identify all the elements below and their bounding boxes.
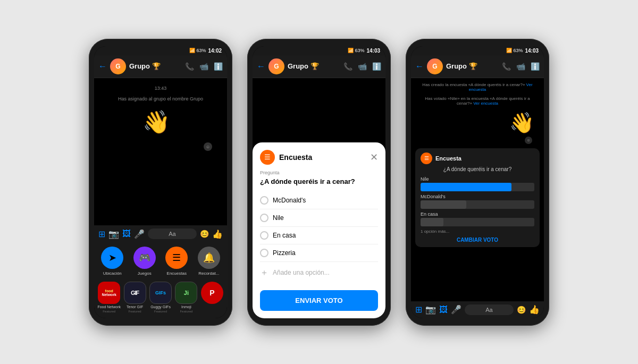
emoji-icon-1[interactable]: 😊 — [200, 230, 209, 238]
guggy-icon: GIFs — [149, 282, 172, 304]
call-icon-3[interactable]: 📞 — [502, 62, 511, 71]
tenor-label: Tenor GIFFeatured — [127, 305, 143, 314]
featured-inmoji[interactable]: Ji InmojiFeatured — [173, 282, 199, 314]
ubicacion-label: Ubicación — [103, 271, 122, 276]
reaction-dot-1: ☺ — [204, 142, 212, 151]
back-button-3[interactable]: ← — [415, 62, 424, 71]
juegos-label: Juegos — [138, 271, 152, 276]
featured-tenor[interactable]: GIF Tenor GIFFeatured — [122, 282, 147, 314]
featured-more[interactable]: P — [199, 282, 225, 314]
image-icon-3[interactable]: 🖼 — [439, 305, 448, 315]
featured-guggy[interactable]: GIFs Guggy GIFsFeatured — [148, 282, 173, 314]
phones-container: 📶 63% 14:02 ← G Grupo 🏆 📞 📹 ℹ️ 13:43 Has… — [78, 28, 560, 336]
info-icon-1[interactable]: ℹ️ — [214, 62, 223, 71]
mic-icon-1[interactable]: 🎤 — [134, 229, 145, 239]
camera-icon-3[interactable]: 📷 — [425, 304, 436, 315]
info-icon-2[interactable]: ℹ️ — [372, 62, 381, 71]
header-icons-2: 📞 📹 ℹ️ — [343, 62, 381, 71]
chat-body-3: Has creado la encuesta «A dónde queréis … — [411, 78, 544, 301]
poll-close-button[interactable]: ✕ — [370, 151, 378, 163]
juegos-icon: 🎮 — [133, 247, 156, 269]
app-recordat[interactable]: 🔔 Recordat... — [195, 247, 223, 276]
bar-label-nile: Nile — [421, 176, 534, 182]
poll-overlay: ☰ Encuesta ✕ Pregunta ¿A dónde queréis i… — [253, 78, 385, 318]
status-icons-1: 📶 63% — [189, 48, 206, 53]
prc-icon: ☰ — [421, 153, 432, 164]
video-icon-1[interactable]: 📹 — [199, 62, 208, 71]
chat-toolbar-1: ⊞ 📷 🖼 🎤 Aa 😊 👍 — [94, 225, 227, 242]
time-3: 14:03 — [525, 48, 539, 54]
phone-1-screen: 📶 63% 14:02 ← G Grupo 🏆 📞 📹 ℹ️ 13:43 Has… — [94, 46, 227, 318]
back-button-2[interactable]: ← — [257, 62, 265, 71]
encuestas-label: Encuestas — [167, 271, 187, 276]
poll-icon: ☰ — [260, 150, 275, 165]
poll-option-0[interactable]: McDonald's — [260, 192, 378, 209]
status-bar-2: 📶 63% 14:03 — [253, 46, 385, 55]
ver-encuesta-link-2[interactable]: Ver encuesta — [473, 101, 498, 106]
reaction-3: ☺ — [415, 137, 540, 144]
poll-question-text: ¿A dónde queréis ir a cenar? — [260, 177, 378, 185]
app-juegos[interactable]: 🎮 Juegos — [131, 247, 158, 276]
poll-radio-3[interactable] — [260, 249, 268, 257]
call-icon-2[interactable]: 📞 — [343, 62, 352, 71]
poll-bar-nile: Nile — [421, 176, 534, 191]
mic-icon-3[interactable]: 🎤 — [451, 304, 461, 315]
grid-icon-3[interactable]: ⊞ — [415, 304, 422, 315]
featured-row: food Network Food NetworkFeatured GIF Te… — [96, 282, 225, 314]
ver-encuesta-link-1[interactable]: Ver encuesta — [469, 82, 533, 92]
poll-modal: ☰ Encuesta ✕ Pregunta ¿A dónde queréis i… — [253, 142, 385, 318]
inmoji-icon-img: Ji — [175, 282, 197, 304]
time-1: 14:02 — [208, 48, 222, 54]
bar-fill-encasa — [421, 218, 443, 226]
bar-label-encasa: En casa — [421, 211, 534, 217]
chat-header-2: ← G Grupo 🏆 📞 📹 ℹ️ — [253, 55, 385, 78]
thumb-icon-3[interactable]: 👍 — [529, 304, 540, 315]
image-icon-1[interactable]: 🖼 — [122, 229, 131, 239]
message-input-1[interactable]: Aa — [148, 228, 197, 239]
info-icon-3[interactable]: ℹ️ — [531, 62, 540, 71]
phone-3-screen: 📶 63% 14:03 ← G Grupo 🏆 📞 📹 ℹ️ Has cread… — [411, 46, 544, 318]
grid-icon-1[interactable]: ⊞ — [98, 229, 105, 239]
system-msg-1: Has asignado al grupo el nombre Grupo — [98, 94, 223, 104]
camera-icon-1[interactable]: 📷 — [108, 229, 119, 239]
video-icon-3[interactable]: 📹 — [516, 62, 525, 71]
poll-option-2[interactable]: En casa — [260, 227, 378, 244]
encuestas-icon: ☰ — [165, 247, 188, 269]
bar-bg-mcdonalds — [421, 200, 534, 209]
change-vote-button[interactable]: CAMBIAR VOTO — [421, 237, 534, 243]
poll-radio-1[interactable] — [260, 214, 268, 222]
emoji-icon-3[interactable]: 😊 — [517, 306, 526, 314]
status-icons-2: 📶 63% — [348, 48, 365, 53]
thumb-icon-1[interactable]: 👍 — [212, 229, 223, 239]
avatar-3: G — [427, 58, 443, 74]
featured-food[interactable]: food Network Food NetworkFeatured — [96, 282, 122, 314]
prc-title: Encuesta — [435, 155, 461, 162]
poll-option-1[interactable]: Nile — [260, 209, 378, 227]
chat-title-2: Grupo 🏆 — [288, 62, 340, 70]
chat-body-2: ☰ Encuesta ✕ Pregunta ¿A dónde queréis i… — [253, 78, 385, 318]
inmoji-label: InmojiFeatured — [180, 305, 192, 314]
poll-option-text-1: Nile — [273, 214, 284, 222]
poll-option-3[interactable]: Pizzeria — [260, 244, 378, 262]
poll-submit-button[interactable]: ENVIAR VOTO — [260, 290, 378, 311]
timestamp-1: 13:43 — [98, 86, 223, 91]
phone-1: 📶 63% 14:02 ← G Grupo 🏆 📞 📹 ℹ️ 13:43 Has… — [89, 39, 232, 326]
poll-add-option[interactable]: ＋ Añade una opción... — [260, 262, 378, 284]
bar-fill-mcdonalds — [421, 200, 466, 209]
poll-radio-2[interactable] — [260, 231, 268, 240]
app-ubicacion[interactable]: ➤ Ubicación — [98, 247, 126, 276]
wave-emoji-3: 👋 — [415, 111, 540, 134]
poll-title-row: ☰ Encuesta — [260, 150, 312, 165]
chat-title-1: Grupo 🏆 — [129, 62, 182, 70]
add-option-text: Añade una opción... — [273, 269, 330, 276]
video-icon-2[interactable]: 📹 — [358, 62, 367, 71]
back-button-1[interactable]: ← — [98, 62, 107, 71]
header-icons-1: 📞 📹 ℹ️ — [185, 62, 223, 71]
poll-radio-0[interactable] — [260, 196, 268, 205]
ubicacion-icon: ➤ — [101, 247, 123, 269]
app-encuestas[interactable]: ☰ Encuestas — [163, 247, 190, 276]
status-bar-1: 📶 63% 14:02 — [94, 46, 227, 55]
bar-label-mcdonalds: McDonald's — [421, 194, 534, 199]
call-icon-1[interactable]: 📞 — [185, 62, 194, 71]
message-input-3[interactable]: Aa — [465, 304, 514, 315]
